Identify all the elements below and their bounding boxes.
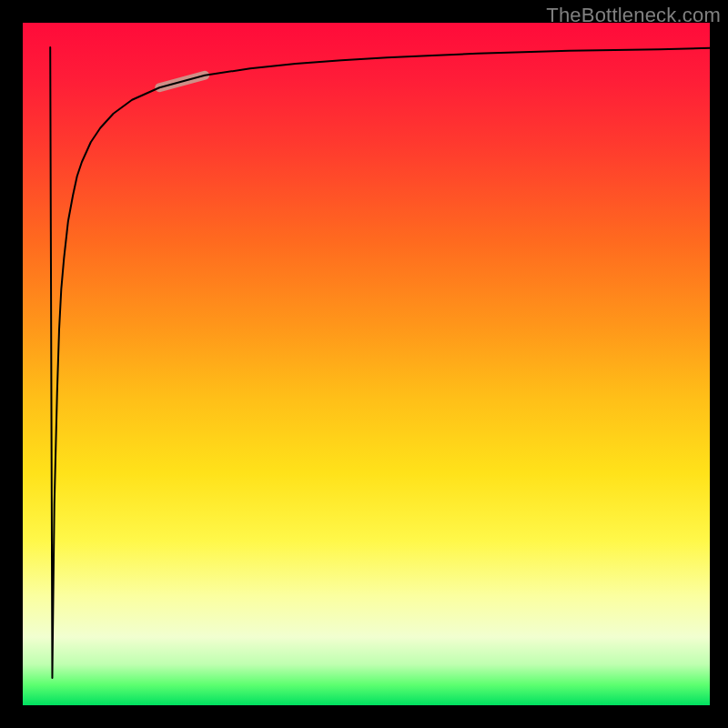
- curve-layer: [23, 23, 710, 705]
- watermark-text: TheBottleneck.com: [546, 4, 721, 27]
- main-curve: [50, 47, 710, 678]
- chart-stage: TheBottleneck.com: [0, 0, 728, 728]
- plot-area: [23, 23, 710, 705]
